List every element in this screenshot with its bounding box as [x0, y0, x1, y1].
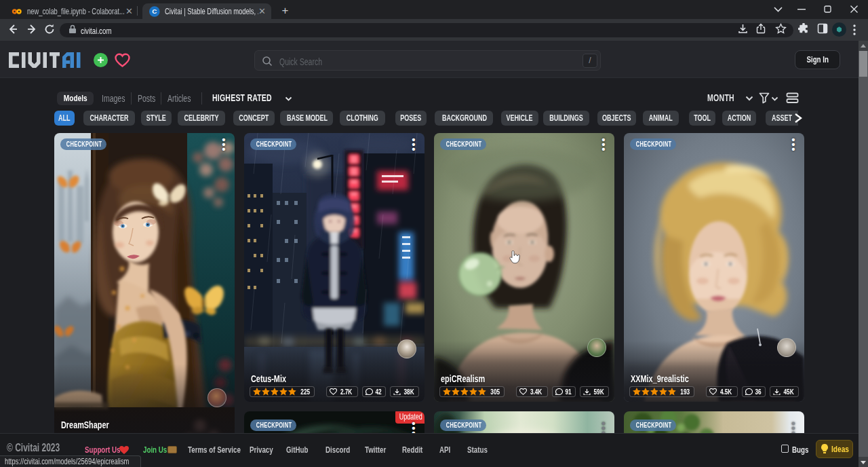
svg-text:C: C [152, 7, 157, 15]
